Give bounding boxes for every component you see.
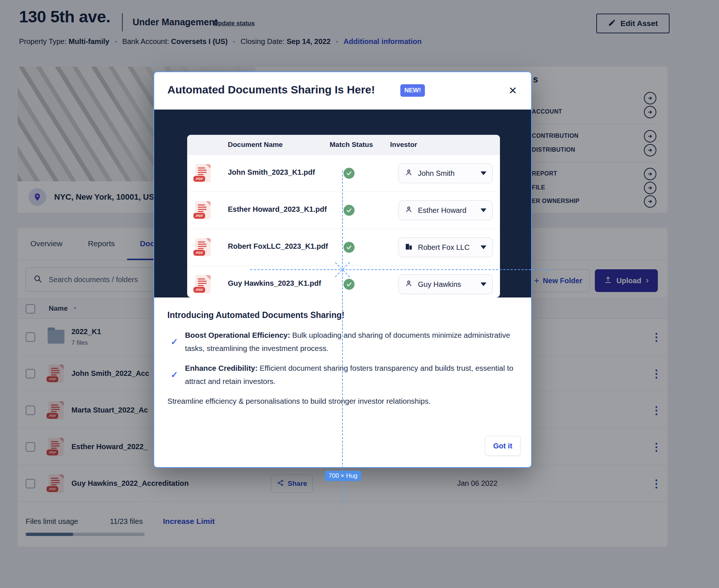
document-name: Esther Howard_2023_K1.pdf [228, 205, 327, 214]
closing-line: Streamline efficiency & personalisations… [167, 397, 431, 406]
caret-down-icon [481, 245, 486, 249]
column-match-status: Match Status [330, 141, 373, 149]
match-success-icon [344, 279, 355, 290]
check-icon: ✓ [171, 370, 178, 380]
person-icon [405, 280, 413, 289]
caret-down-icon [481, 171, 486, 175]
modal-preview-panel: Document Name Match Status Investor .PDF… [154, 110, 531, 297]
match-table-header: Document Name Match Status Investor [187, 135, 500, 155]
match-table: Document Name Match Status Investor .PDF… [187, 135, 500, 297]
caret-down-icon [481, 208, 486, 212]
match-row: .PDF Esther Howard_2023_K1.pdf Esther Ho… [187, 192, 500, 229]
check-icon: ✓ [171, 337, 178, 347]
pdf-file-icon: .PDF [195, 164, 211, 182]
pdf-file-icon: .PDF [195, 275, 211, 293]
person-icon [405, 206, 413, 215]
figma-size-badge: 700 × Hug [325, 471, 361, 481]
document-name: Robert FoxLLC_2023_K1.pdf [228, 242, 328, 251]
pdf-file-icon: .PDF [195, 238, 211, 256]
new-badge: NEW! [400, 84, 425, 97]
caret-down-icon [481, 282, 486, 286]
investor-select[interactable]: John Smith [399, 163, 493, 183]
column-investor: Investor [390, 141, 417, 149]
company-icon [405, 243, 413, 252]
match-success-icon [344, 205, 355, 216]
match-success-icon [344, 242, 355, 253]
match-success-icon [344, 168, 355, 179]
match-row: .PDF Robert FoxLLC_2023_K1.pdf Robert Fo… [187, 229, 500, 266]
person-icon [405, 169, 413, 178]
pdf-file-icon: .PDF [195, 201, 211, 219]
app-root: 130 5th ave. Under Management Update sta… [0, 0, 719, 588]
intro-heading: Introducing Automated Documents Sharing! [167, 310, 344, 320]
column-document-name: Document Name [228, 141, 283, 149]
document-name: Guy Hawkins_2023_K1.pdf [228, 279, 321, 288]
document-name: John Smith_2023_K1.pdf [228, 168, 315, 177]
investor-select[interactable]: Robert Fox LLC [399, 237, 493, 257]
match-row: .PDF John Smith_2023_K1.pdf John Smith [187, 155, 500, 192]
investor-select[interactable]: Guy Hawkins [399, 274, 493, 294]
match-row: .PDF Guy Hawkins_2023_K1.pdf Guy Hawkins [187, 266, 500, 297]
automated-sharing-modal: Automated Documents Sharing Is Here! NEW… [153, 71, 532, 468]
close-icon[interactable]: ✕ [505, 83, 520, 98]
modal-title: Automated Documents Sharing Is Here! [167, 84, 375, 96]
got-it-button[interactable]: Got it [485, 436, 520, 456]
investor-select[interactable]: Esther Howard [399, 200, 493, 220]
